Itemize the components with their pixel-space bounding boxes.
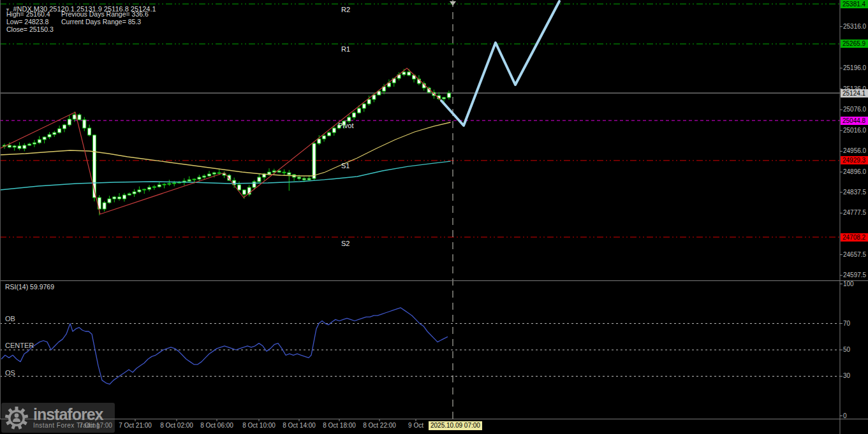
candle xyxy=(357,108,360,113)
rsi-center-label: CENTER xyxy=(5,342,34,349)
candle xyxy=(332,128,335,133)
candle xyxy=(113,197,116,199)
price-tick-label: 24777.5 xyxy=(843,209,866,216)
price-axis-tag: 24708.2 xyxy=(841,233,868,242)
candle xyxy=(242,190,246,194)
candle xyxy=(33,143,36,144)
logo-subtitle: Instant Forex Trading xyxy=(33,422,103,429)
price-tick-label: 25316.0 xyxy=(843,23,866,30)
candle xyxy=(143,189,146,190)
candle xyxy=(277,171,281,172)
candle xyxy=(272,171,276,172)
time-axis-tag: 2025.10.09 07:00 xyxy=(429,421,482,430)
rsi-tick-label: 30 xyxy=(843,372,850,379)
candle xyxy=(378,91,381,95)
candle xyxy=(63,125,66,129)
candle xyxy=(133,192,136,194)
chart-window: ▼ #NDX,M30 25120.1 25131.9 25116.8 25124… xyxy=(0,0,868,434)
candle xyxy=(313,143,316,178)
candle xyxy=(193,179,196,180)
candle xyxy=(258,177,261,182)
logo-title: instaforex xyxy=(33,407,103,422)
candle xyxy=(362,104,365,108)
candle xyxy=(212,173,216,174)
pane-bottom-border xyxy=(0,419,868,419)
candlestick-series xyxy=(3,69,451,215)
rsi-tick-label: 50 xyxy=(843,346,850,353)
candle xyxy=(302,178,305,180)
candle xyxy=(238,185,241,190)
candle xyxy=(68,119,71,125)
candle xyxy=(208,174,211,176)
price-axis-tag: 25044.8 xyxy=(841,117,868,125)
price-tick-label: 24837.5 xyxy=(843,189,866,196)
price-axis-tag: 25124.1 xyxy=(841,89,868,98)
instaforex-watermark: instaforex Instant Forex Trading xyxy=(1,403,115,433)
rsi-indicator-label: RSI(14) 59.9769 xyxy=(5,283,54,291)
prev-range-label: Previous Days Range= 336.6 xyxy=(61,10,149,18)
candle xyxy=(13,146,16,147)
candle xyxy=(217,173,221,173)
candle xyxy=(158,185,161,187)
candle xyxy=(18,146,21,148)
candle xyxy=(163,184,166,185)
candle xyxy=(8,145,11,147)
rsi-tick-label: 100 xyxy=(843,280,854,287)
rsi-tick-label: 70 xyxy=(843,320,850,327)
price-axis-tag: 25265.9 xyxy=(841,40,868,48)
candle xyxy=(307,178,311,180)
candle xyxy=(53,133,56,134)
candle xyxy=(168,184,171,184)
ma-slow-line xyxy=(0,161,450,190)
price-tick-label: 24597.5 xyxy=(843,271,866,278)
candle xyxy=(58,129,61,133)
candle xyxy=(83,120,86,128)
candle xyxy=(88,128,91,135)
candle xyxy=(173,183,176,184)
zigzag-line xyxy=(0,68,441,214)
pane-divider[interactable] xyxy=(0,280,868,281)
candle xyxy=(23,145,26,148)
candle xyxy=(267,172,270,174)
window-left-border xyxy=(0,0,1,419)
candle xyxy=(103,203,106,209)
candle xyxy=(48,134,51,137)
chart-canvas[interactable] xyxy=(0,0,868,434)
candle xyxy=(353,113,356,117)
candle xyxy=(283,172,286,173)
level-label-s2: S2 xyxy=(341,240,349,247)
forecast-projection-line xyxy=(441,1,559,126)
candle xyxy=(152,187,156,187)
candle xyxy=(447,93,450,98)
candle xyxy=(148,187,151,189)
candle xyxy=(402,72,406,75)
candle xyxy=(323,136,326,139)
price-tick-label: 24657.5 xyxy=(843,251,866,258)
vertical-line-marker-icon xyxy=(450,1,456,6)
price-tick-label: 25196.0 xyxy=(843,64,866,71)
ma-fast-line xyxy=(0,122,450,176)
curr-range-label: Current Days Range= 85.3 xyxy=(61,18,141,25)
candle xyxy=(188,180,191,181)
rsi-os-label: OS xyxy=(5,369,15,377)
price-tick-label: 25076.0 xyxy=(843,106,866,113)
instaforex-gear-person-icon xyxy=(4,405,29,431)
candle xyxy=(203,176,206,177)
candle xyxy=(198,177,201,179)
candle xyxy=(318,139,321,143)
candle xyxy=(443,98,446,99)
candle xyxy=(43,137,46,140)
price-tick-label: 25016.0 xyxy=(843,127,866,134)
candle xyxy=(128,194,131,195)
candle xyxy=(28,144,31,145)
price-axis-tag: 25381.4 xyxy=(841,0,868,8)
candle xyxy=(408,72,411,75)
candle xyxy=(253,182,256,187)
rsi-line xyxy=(1,308,448,384)
level-label-s1: S1 xyxy=(341,162,349,170)
candle xyxy=(297,177,300,178)
rsi-ob-label: OB xyxy=(5,315,15,322)
rsi-tick-label: 0 xyxy=(843,412,847,419)
price-tick-label: 24956.0 xyxy=(843,147,866,154)
price-tick-label: 24896.0 xyxy=(843,168,866,175)
